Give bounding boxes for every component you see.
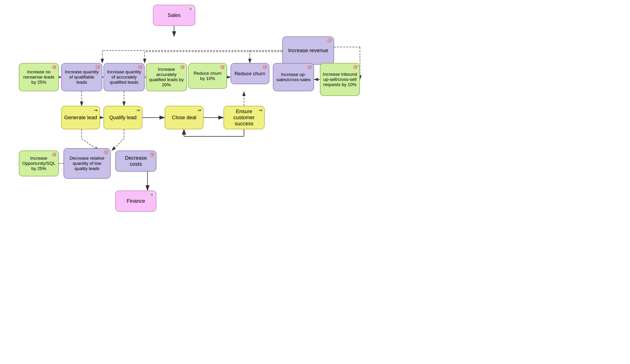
decrease-relative-node[interactable]: 🎯 Decrease relative quantity of low qual… (64, 148, 110, 179)
process-arrow-icon: ⇒ (198, 108, 201, 113)
increase-qty-qualifiable-node[interactable]: 🎯 Increase quantity of qualifiable leads (61, 63, 102, 91)
increase-no-nonsense-label: Increase no nonsense leads by 25% (22, 69, 56, 85)
close-deal-label: Close deal (172, 114, 196, 121)
increase-upsell-node[interactable]: 🎯 Increase up-sales/cross-sales (273, 63, 314, 91)
increase-opp-node[interactable]: 🎯 Increase Opportunity/SQL by 25% (19, 150, 59, 176)
increase-revenue-label: Increase revenue (288, 47, 328, 54)
increase-accurately-20-label: Increase accurately qualified leads by 2… (149, 67, 184, 87)
decrease-costs-label: Decrease costs (118, 155, 154, 167)
increase-upsell-label: Increase up-sales/cross-sales (276, 72, 311, 82)
increase-inbound-upsell-label: Increase inbound up-sell/cross-sell requ… (323, 72, 357, 87)
target-icon: 🎯 (353, 65, 358, 69)
target-icon: 🎯 (307, 65, 312, 69)
increase-no-nonsense-node[interactable]: 🎯 Increase no nonsense leads by 25% (19, 63, 59, 91)
increase-qty-accurately-label: Increase quantity of accurately qualifie… (106, 69, 142, 85)
qualify-lead-node[interactable]: ⇒ Qualify lead (104, 106, 142, 129)
increase-accurately-20-node[interactable]: 🎯 Increase accurately qualified leads by… (146, 63, 187, 91)
process-arrow-icon: ⇒ (259, 108, 262, 113)
target-icon: 🎯 (180, 65, 185, 69)
target-icon: 🎯 (220, 65, 225, 69)
qualify-lead-label: Qualify lead (109, 114, 136, 121)
target-icon: 🎯 (52, 65, 56, 69)
sales-node[interactable]: ⊡ Sales (153, 5, 195, 26)
increase-opp-label: Increase Opportunity/SQL by 25% (22, 156, 56, 171)
increase-revenue-node[interactable]: 🎯 Increase revenue (282, 36, 334, 65)
toggle-icon: ⊡ (188, 6, 193, 11)
sales-label: Sales (168, 12, 180, 18)
reduce-churn-10-node[interactable]: 🎯 Reduce churn by 10% (188, 63, 227, 89)
reduce-churn-label: Reduce churn (234, 71, 265, 76)
decrease-relative-label: Decrease relative quantity of low qualit… (66, 156, 108, 171)
process-arrow-icon: ⇒ (94, 108, 98, 113)
target-icon: 🎯 (104, 150, 108, 154)
ensure-success-label: Ensure customer success (226, 108, 262, 127)
generate-lead-node[interactable]: ⇒ Generate lead (61, 106, 100, 129)
increase-qty-qualifiable-label: Increase quantity of qualifiable leads (64, 69, 100, 85)
reduce-churn-10-label: Reduce churn by 10% (191, 71, 224, 81)
target-icon: 🎯 (150, 152, 154, 157)
close-deal-node[interactable]: ⇒ Close deal (165, 106, 204, 129)
target-icon: 🎯 (262, 65, 267, 69)
generate-lead-label: Generate lead (64, 114, 97, 121)
target-icon: 🎯 (327, 38, 332, 43)
decrease-costs-node[interactable]: 🎯 Decrease costs (115, 150, 156, 172)
target-icon: 🎯 (52, 152, 56, 157)
target-icon: 🎯 (138, 65, 142, 69)
increase-qty-accurately-node[interactable]: 🎯 Increase quantity of accurately qualif… (104, 63, 145, 91)
diagram-container: ⊡ Sales 🎯 Increase revenue 🎯 Increase no… (0, 0, 630, 364)
toggle-icon: ⊡ (150, 192, 154, 197)
process-arrow-icon: ⇒ (136, 108, 140, 113)
ensure-success-node[interactable]: ⇒ Ensure customer success (224, 106, 265, 129)
target-icon: 🎯 (95, 65, 100, 69)
svg-line-25 (112, 139, 124, 150)
finance-label: Finance (126, 198, 145, 204)
finance-node[interactable]: ⊡ Finance (115, 190, 156, 212)
increase-inbound-upsell-node[interactable]: 🎯 Increase inbound up-sell/cross-sell re… (320, 63, 360, 96)
reduce-churn-node[interactable]: 🎯 Reduce churn (230, 63, 269, 84)
